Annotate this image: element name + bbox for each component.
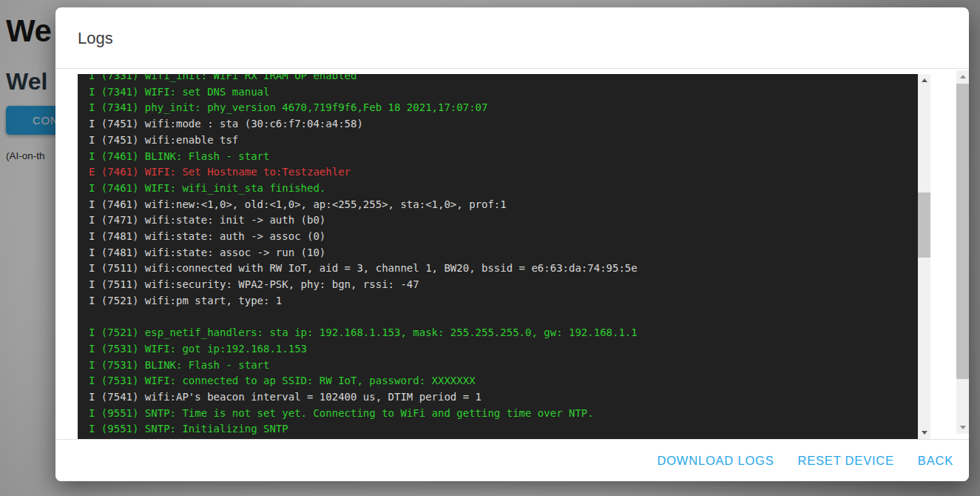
log-scroll-up-button[interactable]: [918, 74, 930, 87]
back-button[interactable]: BACK: [918, 454, 953, 468]
log-line: I (7531) WIFI: got ip:192.168.1.153: [89, 341, 918, 358]
log-line: I (7461) BLINK: Flash - start: [89, 149, 918, 165]
log-scrollbar[interactable]: [918, 74, 930, 439]
log-line: I (7521) wifi:pm start, type: 1: [89, 293, 918, 309]
logs-dialog: Logs I (7331) wifi_init: WiFi RX IRAM OP…: [55, 7, 969, 481]
log-line: I (7451) wifi:enable tsf: [89, 133, 918, 149]
log-scrollbar-thumb[interactable]: [918, 192, 930, 258]
dialog-header: Logs: [55, 7, 969, 69]
log-line: I (9551) SNTP: Time is not set yet. Conn…: [89, 406, 918, 422]
dialog-title: Logs: [78, 29, 113, 48]
content-scrollbar[interactable]: [956, 70, 969, 434]
log-line: I (7341) phy_init: phy_version 4670,719f…: [89, 100, 918, 116]
log-line: I (7451) wifi:mode : sta (30:c6:f7:04:a4…: [89, 116, 918, 133]
arrow-up-icon: [922, 78, 927, 82]
log-line: I (7481) wifi:state: auth -> assoc (0): [89, 229, 918, 245]
log-line: I (7541) wifi:AP's beacon interval = 102…: [89, 389, 918, 406]
log-viewer: I (7331) wifi_init: WiFi RX IRAM OP enab…: [78, 74, 930, 439]
content-scrollbar-thumb[interactable]: [956, 84, 969, 379]
dialog-content: I (7331) wifi_init: WiFi RX IRAM OP enab…: [55, 70, 969, 439]
log-line: I (7511) wifi:connected with RW IoT, aid…: [89, 261, 918, 277]
arrow-up-icon: [960, 75, 966, 78]
log-line: I (7511) wifi:security: WPA2-PSK, phy: b…: [89, 277, 918, 293]
log-output: I (7331) wifi_init: WiFi RX IRAM OP enab…: [78, 74, 918, 438]
content-scroll-up-button[interactable]: [956, 70, 969, 83]
log-line: E (7461) WIFI: Set Hostname to:Testzaehl…: [89, 164, 918, 181]
arrow-down-icon: [960, 426, 966, 429]
log-line: I (7461) wifi:new:<1,0>, old:<1,0>, ap:<…: [89, 197, 918, 213]
content-scroll-down-button[interactable]: [956, 421, 969, 434]
download-logs-button[interactable]: DOWNLOAD LOGS: [658, 454, 774, 468]
log-line: I (9551) SNTP: Initializing SNTP: [89, 421, 918, 438]
log-line: I (7521) esp_netif_handlers: sta ip: 192…: [89, 325, 918, 341]
log-clip: I (7331) wifi_init: WiFi RX IRAM OP enab…: [78, 74, 918, 439]
dialog-footer: DOWNLOAD LOGS RESET DEVICE BACK: [55, 439, 969, 481]
log-line: I (7331) wifi_init: WiFi RX IRAM OP enab…: [89, 74, 918, 84]
log-line: I (7461) WIFI: wifi_init_sta finished.: [89, 181, 918, 197]
log-scroll-down-button[interactable]: [918, 426, 930, 439]
log-line: I (7531) WIFI: connected to ap SSID: RW …: [89, 373, 918, 389]
arrow-down-icon: [922, 431, 927, 435]
reset-device-button[interactable]: RESET DEVICE: [798, 454, 894, 468]
log-line: I (7471) wifi:state: init -> auth (b0): [89, 212, 918, 229]
log-line: I (7341) WIFI: set DNS manual: [89, 84, 918, 101]
log-line: I (7531) BLINK: Flash - start: [89, 358, 918, 374]
log-line: I (7481) wifi:state: assoc -> run (10): [89, 245, 918, 261]
log-line: [89, 309, 918, 326]
